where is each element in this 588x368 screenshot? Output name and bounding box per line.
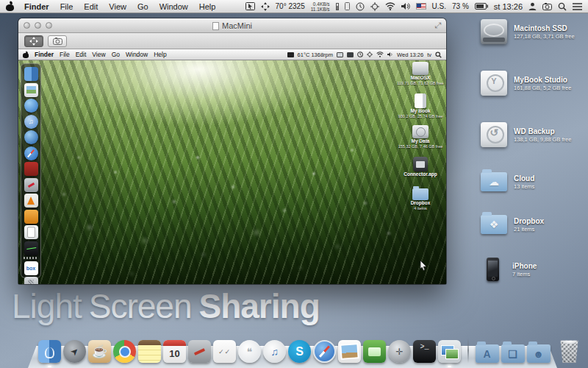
remote-clock-text[interactable]: Wed 13:26 <box>397 52 423 58</box>
notification-center-icon[interactable] <box>573 3 582 10</box>
screen-sharing-cursor-icon[interactable] <box>245 2 255 10</box>
menu-view[interactable]: View <box>109 2 126 11</box>
remote-menu-help[interactable]: Help <box>154 51 166 58</box>
remote-icon-my-book[interactable]: My Book 930,2 GB, 25,74 GB free <box>396 93 445 125</box>
input-source-label[interactable]: U.S. <box>432 2 446 10</box>
dock-skype-icon[interactable]: S <box>288 340 311 363</box>
remote-spotlight-icon[interactable] <box>435 52 442 58</box>
remote-screen-icon-2[interactable] <box>347 52 354 57</box>
dock-calendar-icon[interactable]: 10 <box>163 340 186 363</box>
remote-icon-my-data[interactable]: My Data 155,32 GB, 7,46 GB free <box>396 125 445 157</box>
window-title-bar[interactable]: MacMini ⤢ <box>18 18 446 33</box>
hero-word-sharing: Sharing <box>199 287 320 325</box>
dock-itunes-icon[interactable] <box>263 340 286 363</box>
remote-dock-handbrake-icon[interactable] <box>24 178 38 192</box>
remote-dock-toast-icon[interactable] <box>24 210 38 224</box>
menu-finder[interactable]: Finder <box>24 2 49 11</box>
fullscreen-icon[interactable]: ⤢ <box>434 21 441 30</box>
dock-messages-icon[interactable] <box>238 340 261 363</box>
dock-espresso-icon[interactable] <box>88 340 111 363</box>
remote-menu-finder[interactable]: Finder <box>35 51 54 58</box>
user-account-icon[interactable] <box>528 2 537 10</box>
remote-desktop[interactable]: ♫ box MacOSX 119,71 GB, 71,62 GB free <box>18 60 446 284</box>
battery-icon[interactable] <box>475 3 488 10</box>
apple-menu-icon[interactable] <box>6 1 14 11</box>
dock-trash-icon[interactable] <box>559 339 581 363</box>
dock-metal-utility-icon[interactable] <box>388 340 411 363</box>
remote-dock-ipod-icon[interactable] <box>24 225 38 239</box>
remote-dock-vlc-icon[interactable] <box>24 194 38 208</box>
remote-display-menu-icon[interactable] <box>287 52 294 57</box>
dock-documents-folder-icon[interactable]: ❏ <box>501 344 525 363</box>
dock-notes-icon[interactable] <box>138 340 161 363</box>
remote-menu-window[interactable]: Window <box>126 51 148 58</box>
dock-utility-icon[interactable] <box>188 340 211 363</box>
remote-dock-trash-icon[interactable] <box>24 277 38 284</box>
dock: 10 S >_ A ❏ ☻ <box>28 328 557 368</box>
dock-safari-icon[interactable] <box>313 340 336 363</box>
desktop-icon-wd-backup[interactable]: WD Backup 138,1 GB, 9,88 GB free <box>481 122 585 147</box>
remote-dock-activity-monitor-icon[interactable] <box>24 241 38 255</box>
memory-bar-icon[interactable] <box>336 3 339 10</box>
dock-chrome-icon[interactable] <box>113 340 136 363</box>
menu-clock[interactable]: st 13:26 <box>494 2 523 11</box>
dock-green-app-icon[interactable] <box>363 340 386 363</box>
istat-temp-fan[interactable]: 70° 2325 <box>276 2 305 10</box>
remote-screen-icon[interactable] <box>337 52 343 57</box>
desktop-icon-mybook-studio[interactable]: MyBook Studio 161,88 GB, 5,2 GB free <box>481 71 585 96</box>
menu-go[interactable]: Go <box>137 2 148 11</box>
remote-dock-finder-icon[interactable] <box>24 67 38 81</box>
dock-users-folder-icon[interactable]: ☻ <box>527 344 551 363</box>
remote-dock-itunes-icon[interactable]: ♫ <box>24 115 38 129</box>
remote-clock-icon[interactable] <box>357 52 363 57</box>
remote-user-label[interactable]: tv <box>427 52 431 58</box>
network-speed-indicator[interactable]: 0.4KB/s 11.1KB/s <box>311 1 330 12</box>
clock-icon[interactable] <box>356 2 365 11</box>
remote-location-icon[interactable] <box>367 52 373 57</box>
remote-dock-frontrow-icon[interactable] <box>24 162 38 176</box>
remote-menu-view[interactable]: View <box>92 51 105 58</box>
remote-dock-preview-icon[interactable] <box>24 83 38 97</box>
remote-app-icon <box>413 157 428 171</box>
remote-volume-icon[interactable] <box>387 52 393 57</box>
remote-dock-quicktime-icon[interactable] <box>24 99 38 113</box>
dock-finder-icon[interactable] <box>38 340 61 363</box>
remote-wifi-icon[interactable] <box>376 52 384 57</box>
dock-launchpad-icon[interactable] <box>63 340 86 363</box>
camera-timer-icon[interactable] <box>542 3 552 10</box>
remote-apple-menu-icon[interactable] <box>23 52 29 58</box>
screenshot-button[interactable] <box>48 35 67 47</box>
scale-display-button[interactable] <box>24 35 43 47</box>
remote-menu-go[interactable]: Go <box>112 51 120 58</box>
menu-file[interactable]: File <box>60 2 74 11</box>
location-crosshair-icon[interactable] <box>370 2 379 11</box>
volume-icon[interactable] <box>401 2 410 10</box>
remote-menu-file[interactable]: File <box>60 51 70 58</box>
dock-applications-folder-icon[interactable]: A <box>476 344 499 363</box>
remote-icon-connector-app[interactable]: Connector.app <box>396 157 445 188</box>
dock-terminal-icon[interactable]: >_ <box>413 340 436 363</box>
desktop-icon-macintosh-ssd[interactable]: Macintosh SSD 127,18 GB, 3,71 GB free <box>481 19 585 44</box>
desktop-icon-dropbox[interactable]: ❖ Dropbox 21 items <box>481 215 585 234</box>
remote-icon-dropbox[interactable]: Dropbox 4 items <box>396 188 445 220</box>
dock-preview-icon[interactable] <box>338 340 361 363</box>
running-indicator <box>48 366 51 368</box>
menu-edit[interactable]: Edit <box>84 2 98 11</box>
dock-screen-sharing-icon[interactable] <box>438 340 461 363</box>
dock-reminders-icon[interactable] <box>213 340 236 363</box>
menu-window[interactable]: Window <box>159 2 188 11</box>
wifi-icon[interactable] <box>385 2 395 10</box>
desktop-icon-iphone[interactable]: iPhone 7 items <box>481 258 585 281</box>
remote-dock-safari-icon[interactable] <box>24 146 38 160</box>
remote-icon-macosx[interactable]: MacOSX 119,71 GB, 71,62 GB free <box>396 62 445 93</box>
menu-help[interactable]: Help <box>199 2 216 11</box>
remote-dock-browser-icon[interactable] <box>24 130 38 144</box>
remote-dock-box-icon[interactable]: box <box>24 261 38 275</box>
spotlight-search-icon[interactable] <box>558 2 567 11</box>
compress-arrows-icon[interactable] <box>261 2 270 11</box>
input-source-flag-icon[interactable] <box>416 3 426 10</box>
device-status-icon[interactable] <box>345 2 350 10</box>
remote-menu-edit[interactable]: Edit <box>76 51 87 58</box>
cloud-folder-icon: ☁ <box>481 172 507 191</box>
desktop-icon-cloud[interactable]: ☁ Cloud 13 items <box>481 172 585 191</box>
